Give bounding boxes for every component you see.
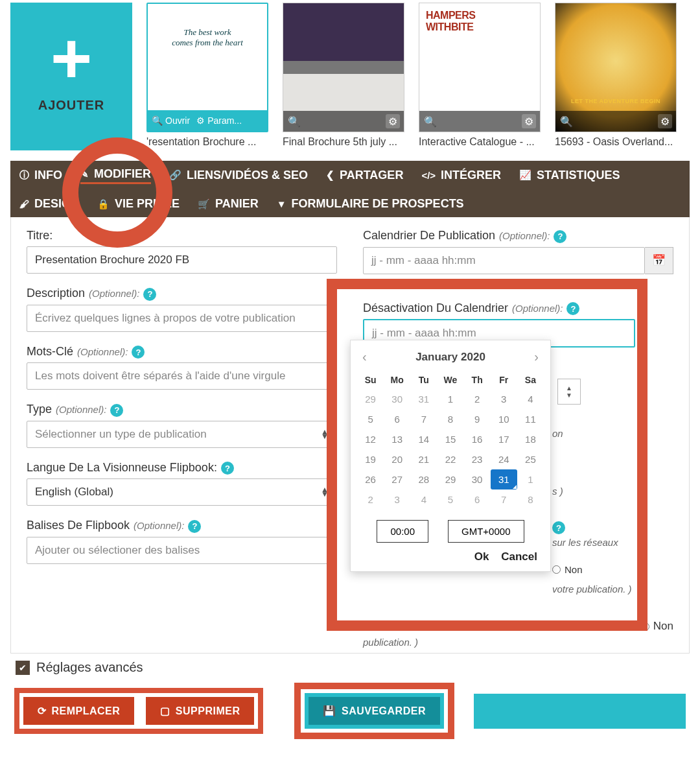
calendar-day[interactable]: 31 (491, 469, 517, 489)
params-button[interactable]: ⚙Param... (196, 115, 242, 126)
calendar-day[interactable]: 24 (491, 449, 517, 469)
calendar-day[interactable]: 3 (491, 389, 517, 409)
calendar-day[interactable]: 17 (491, 429, 517, 449)
tab-integrer[interactable]: </>INTÉGRER (421, 167, 501, 183)
supprimer-button[interactable]: ▢SUPPRIMER (146, 697, 254, 725)
calendar-day[interactable]: 22 (437, 449, 463, 469)
type-select[interactable]: Sélectionner un type de publication▲▼ (27, 421, 337, 448)
radio-non-2[interactable]: Non (552, 564, 583, 575)
tab-design[interactable]: 🖌DESIGN (19, 197, 79, 211)
help-icon[interactable]: ? (566, 302, 579, 315)
calendar-day[interactable]: 6 (384, 409, 410, 429)
calendar-day[interactable]: 29 (357, 389, 384, 409)
help-icon[interactable]: ? (221, 462, 234, 475)
publication-tile-selected[interactable]: 🔍Ouvrir ⚙Param... 'resentation Brochure … (146, 3, 268, 150)
calendar-day[interactable]: 13 (384, 429, 410, 449)
calendar-day[interactable]: 26 (357, 469, 384, 489)
remplacer-button[interactable]: ⟳REMPLACER (23, 697, 134, 725)
help-icon[interactable]: ? (110, 404, 123, 417)
balises-input[interactable] (27, 537, 337, 564)
cancel-button[interactable]: Cancel (501, 550, 537, 563)
calendar-icon[interactable]: 📅 (645, 247, 673, 274)
tab-vie-privee[interactable]: 🔒VIE PRIVÉE (97, 197, 180, 211)
gear-icon[interactable]: ⚙ (522, 114, 536, 128)
tab-info[interactable]: ⓘINFO (19, 167, 62, 183)
calendar-day[interactable]: 8 (437, 409, 463, 429)
sauvegarder-button[interactable]: 💾SAUVEGARDER (309, 697, 439, 725)
highlight-box-save: 💾SAUVEGARDER (294, 683, 454, 739)
calendar-day[interactable]: 16 (464, 429, 491, 449)
calendar-day[interactable]: 2 (464, 389, 491, 409)
tab-stats[interactable]: 📈STATISTIQUES (519, 167, 620, 183)
tab-panier[interactable]: 🛒PANIER (198, 197, 259, 211)
help-icon[interactable]: ? (552, 521, 565, 534)
hidden-select-caret[interactable]: ▲▼ (557, 379, 581, 405)
add-publication-tile[interactable]: + AJOUTER (10, 3, 132, 150)
calendar-day[interactable]: 2 (357, 489, 384, 510)
calendar-day[interactable]: 9 (464, 409, 491, 429)
publication-tile[interactable]: 🔍⚙ 15693 - Oasis Overland... (555, 3, 677, 150)
publication-tile[interactable]: 🔍⚙ Interactive Catalogue - ... (419, 3, 541, 150)
calendar-day[interactable]: 6 (464, 489, 491, 510)
calendar-day[interactable]: 31 (410, 389, 437, 409)
calendar-day[interactable]: 25 (517, 449, 544, 469)
calendar-day[interactable]: 11 (517, 409, 544, 429)
add-label: AJOUTER (38, 98, 105, 113)
open-button[interactable]: 🔍Ouvrir (152, 115, 190, 126)
peek-text: on (552, 428, 563, 439)
ok-button[interactable]: Ok (474, 550, 489, 563)
calendar-day[interactable]: 27 (384, 469, 410, 489)
calendar-day[interactable]: 15 (437, 429, 463, 449)
calendar-day[interactable]: 7 (491, 489, 517, 510)
titre-input[interactable] (27, 246, 337, 274)
calendar-day[interactable]: 5 (437, 489, 463, 510)
calendar-day[interactable]: 4 (517, 389, 544, 409)
next-month[interactable]: › (534, 349, 539, 364)
calendar-day[interactable]: 28 (410, 469, 437, 489)
calendar-day[interactable]: 8 (517, 489, 544, 510)
calendar-day[interactable]: 21 (410, 449, 437, 469)
description-input[interactable] (27, 305, 337, 332)
calendar-day[interactable]: 29 (437, 469, 463, 489)
help-icon[interactable]: ? (554, 230, 566, 243)
help-icon[interactable]: ? (143, 288, 156, 301)
calendar-day[interactable]: 19 (357, 449, 384, 469)
search-engines-label: Autoriser Les Moteurs De Recherche: (401, 620, 585, 633)
timezone-input[interactable]: GMT+0000 (448, 520, 524, 543)
calendar-day[interactable]: 18 (517, 429, 544, 449)
advanced-toggle[interactable]: ✔ Réglages avancés (16, 660, 684, 675)
mots-input[interactable] (27, 362, 337, 390)
publication-tile[interactable]: 🔍⚙ Final Brochure 5th july ... (283, 3, 404, 150)
tab-liens[interactable]: 🔗LIENS/VIDÉOS & SEO (169, 167, 308, 183)
cal-pub-input[interactable]: jj - mm - aaaa hh:mm (363, 247, 645, 274)
calendar-day[interactable]: 12 (357, 429, 384, 449)
lang-select[interactable]: English (Global)▲▼ (27, 478, 337, 506)
calendar-day[interactable]: 30 (384, 389, 410, 409)
calendar-day[interactable]: 10 (491, 409, 517, 429)
calendar-day[interactable]: 4 (410, 489, 437, 510)
calendar-day[interactable]: 23 (464, 449, 491, 469)
calendar-day[interactable]: 30 (464, 469, 491, 489)
search-icon[interactable]: 🔍 (287, 114, 301, 128)
tab-modifier[interactable]: ✎MODIFIER (80, 167, 151, 184)
calendar-day[interactable]: 1 (517, 469, 544, 489)
calendar-day[interactable]: 7 (410, 409, 437, 429)
gear-icon[interactable]: ⚙ (658, 114, 672, 128)
search-icon[interactable]: 🔍 (423, 114, 438, 128)
time-input[interactable]: 00:00 (377, 520, 428, 543)
search-icon[interactable]: 🔍 (559, 114, 574, 128)
help-icon[interactable]: ? (188, 520, 201, 533)
prev-month[interactable]: ‹ (362, 349, 367, 364)
gear-icon[interactable]: ⚙ (386, 114, 400, 128)
calendar-day[interactable]: 1 (437, 389, 463, 409)
radio-oui[interactable]: Oui (598, 620, 627, 633)
thumbnail[interactable]: 🔍Ouvrir ⚙Param... (146, 3, 268, 132)
tab-partager[interactable]: ❮PARTAGER (326, 167, 403, 183)
radio-non[interactable]: Non (641, 620, 673, 633)
tab-formulaire[interactable]: ▼FORMULAIRE DE PROSPECTS (277, 197, 464, 211)
help-icon[interactable]: ? (132, 346, 145, 359)
calendar-day[interactable]: 20 (384, 449, 410, 469)
calendar-day[interactable]: 3 (384, 489, 410, 510)
calendar-day[interactable]: 14 (410, 429, 437, 449)
calendar-day[interactable]: 5 (357, 409, 384, 429)
